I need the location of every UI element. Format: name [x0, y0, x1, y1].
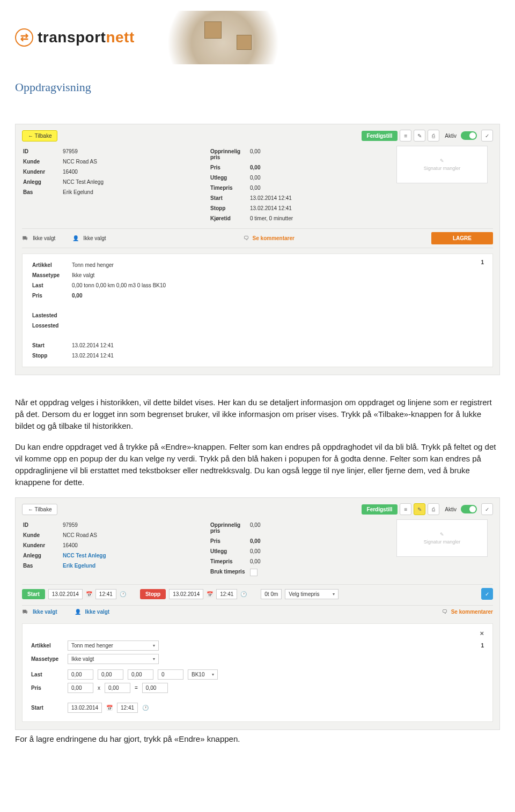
ferdigstill-button-2[interactable]: Ferdigstill: [362, 504, 398, 515]
page-title: Oppdragvisning: [15, 80, 500, 94]
pris-input-2THIS[interactable]: 0,00: [105, 683, 130, 693]
lbl-stopp: Stopp: [210, 204, 249, 213]
screenshot-edit-mode: ← Tilbake Ferdigstill ≡ ✎ ⎙ Aktiv ✓ ID97…: [15, 497, 500, 730]
val-timepris: 0,00: [250, 183, 388, 192]
lagre-button[interactable]: LAGRE: [431, 232, 493, 244]
lbl-opprinnelig-pris: Opprinnelig pris: [210, 147, 249, 162]
pencil-icon: ✎: [440, 158, 444, 163]
topbar-2: ← Tilbake Ferdigstill ≡ ✎ ⎙ Aktiv ✓: [22, 503, 493, 515]
pris-input-1[interactable]: 0,00: [68, 683, 93, 693]
clock-icon-3[interactable]: 🕐: [142, 705, 149, 711]
print-icon-2[interactable]: ⎙: [428, 503, 439, 515]
last-input-1[interactable]: 0,00: [68, 669, 93, 680]
last-input-4[interactable]: 0: [158, 669, 183, 680]
bruk-timepris-checkbox[interactable]: [250, 569, 258, 576]
lbl-pris-line: Pris: [32, 291, 71, 300]
truck-value: Ikke valgt: [33, 235, 55, 241]
val-last: 0,00 tonn 0,00 km 0,00 m3 0 lass BK10: [72, 281, 170, 290]
aktiv-label: Aktiv: [445, 133, 457, 139]
comment-icon: 🗨: [243, 235, 249, 241]
line-count-2: 1: [481, 643, 484, 649]
duration-display: 0t 0m: [261, 589, 282, 599]
bk-dropdown[interactable]: BK10▾: [188, 669, 218, 680]
aktiv-toggle[interactable]: [461, 131, 477, 140]
person-value-editable[interactable]: Ikke valgt: [85, 609, 110, 615]
lbl-id: ID: [23, 147, 62, 156]
se-kommentarer-link-2[interactable]: Se kommentarer: [451, 609, 493, 615]
line-start-time[interactable]: 12:41: [117, 703, 138, 713]
op-eq: =: [135, 685, 138, 691]
val-anlegg: NCC Test Anlegg: [63, 177, 201, 187]
lbl-start-line: Start: [32, 341, 71, 350]
lbl-kjoretid: Kjøretid: [210, 214, 249, 223]
info-grid-2: ID97959 KundeNCC Road AS Kundenr16400 An…: [22, 519, 493, 580]
anlegg-editable[interactable]: NCC Test Anlegg: [63, 551, 201, 560]
val-start-line: 13.02.2014 12:41: [72, 341, 170, 350]
logo-text-part2: nett: [106, 29, 134, 46]
footer-paragraph: For å lagre endringene du har gjort, try…: [15, 734, 500, 750]
calendar-icon-3[interactable]: 📅: [106, 705, 113, 711]
logo-text-part1: transport: [38, 29, 106, 46]
val-massetype: Ikke valgt: [72, 271, 170, 280]
detail-card: 1 ArtikkelTonn med henger MassetypeIkke …: [22, 254, 493, 367]
calendar-icon[interactable]: 📅: [86, 591, 92, 597]
document-header: ⇄ transportnett: [15, 11, 500, 64]
signature-box-2[interactable]: ✎ Signatur mangler: [396, 519, 488, 557]
stopp-time-input[interactable]: 12:41: [216, 589, 237, 599]
last-input-2[interactable]: 0,00: [98, 669, 123, 680]
person-icon-2: 👤: [75, 609, 81, 615]
pris-input-3[interactable]: 0,00: [142, 683, 168, 693]
massetype-dropdown[interactable]: Ikke valgt▾: [68, 654, 159, 664]
signature-box[interactable]: ✎ Signatur mangler: [396, 146, 488, 183]
artikkel-dropdown[interactable]: Tonn med henger▾: [68, 640, 159, 651]
val-kundenr: 16400: [63, 167, 201, 176]
val-utlegg: 0,00: [250, 173, 388, 182]
val-stopp-line: 13.02.2014 12:41: [72, 351, 170, 360]
chevron-down-icon: ▾: [153, 643, 155, 648]
check-icon[interactable]: ✓: [481, 130, 493, 141]
start-date-input[interactable]: 13.02.2014: [48, 589, 83, 599]
edit-icon-2[interactable]: ✎: [414, 503, 425, 515]
info-grid: ID97959 KundeNCC Road AS Kundenr16400 An…: [22, 146, 493, 224]
ferdigstill-button[interactable]: Ferdigstill: [362, 131, 398, 141]
calendar-icon-2[interactable]: 📅: [207, 591, 213, 597]
line-start-date[interactable]: 13.02.2014: [68, 703, 102, 713]
lbl-massetype: Massetype: [32, 271, 71, 280]
back-button[interactable]: ← Tilbake: [22, 130, 57, 141]
bas-editable[interactable]: Erik Egelund: [63, 561, 201, 570]
val-stopp: 13.02.2014 12:41: [250, 204, 388, 213]
chevron-down-icon: ▾: [153, 657, 155, 661]
aktiv-toggle-2[interactable]: [461, 505, 477, 513]
velg-timepris-dropdown[interactable]: Velg timepris▾: [285, 589, 339, 599]
lbl-lossested: Lossested: [32, 321, 71, 330]
screenshot-view-mode: ← Tilbake Ferdigstill ≡ ✎ ⎙ Aktiv ✓ ID97…: [15, 124, 500, 375]
lbl-kunde: Kunde: [23, 157, 62, 166]
val-kunde: NCC Road AS: [63, 157, 201, 166]
list-icon[interactable]: ≡: [400, 130, 411, 141]
clock-icon[interactable]: 🕐: [120, 591, 126, 597]
list-icon-2[interactable]: ≡: [400, 503, 411, 515]
truck-icon-2: ⛟: [22, 609, 28, 615]
truck-icon: ⛟: [22, 235, 28, 241]
start-time-input[interactable]: 12:41: [95, 589, 116, 599]
lbl-kundenr: Kundenr: [23, 167, 62, 176]
se-kommentarer-link[interactable]: Se kommentarer: [253, 235, 295, 241]
close-icon[interactable]: ×: [480, 629, 484, 637]
paragraph-2: Du kan endre oppdraget ved å trykke på «…: [15, 441, 500, 488]
last-input-3[interactable]: 0,00: [128, 669, 153, 680]
back-button-2[interactable]: ← Tilbake: [22, 504, 57, 515]
chevron-down-icon: ▾: [333, 592, 335, 597]
stopp-date-input[interactable]: 13.02.2014: [169, 589, 203, 599]
check-icon-2[interactable]: ✓: [481, 503, 493, 515]
lbl-utlegg: Utlegg: [210, 173, 249, 182]
truck-value-editable[interactable]: Ikke valgt: [33, 609, 57, 615]
clock-icon-2[interactable]: 🕐: [240, 591, 247, 597]
edit-icon[interactable]: ✎: [414, 130, 425, 141]
person-value: Ikke valgt: [83, 235, 106, 241]
person-icon: 👤: [72, 235, 79, 241]
start-badge: Start: [22, 589, 45, 599]
val-lastested: [72, 311, 170, 320]
val-start: 13.02.2014 12:41: [250, 193, 388, 203]
print-icon[interactable]: ⎙: [428, 130, 439, 141]
confirm-check-button[interactable]: ✓: [481, 588, 493, 600]
